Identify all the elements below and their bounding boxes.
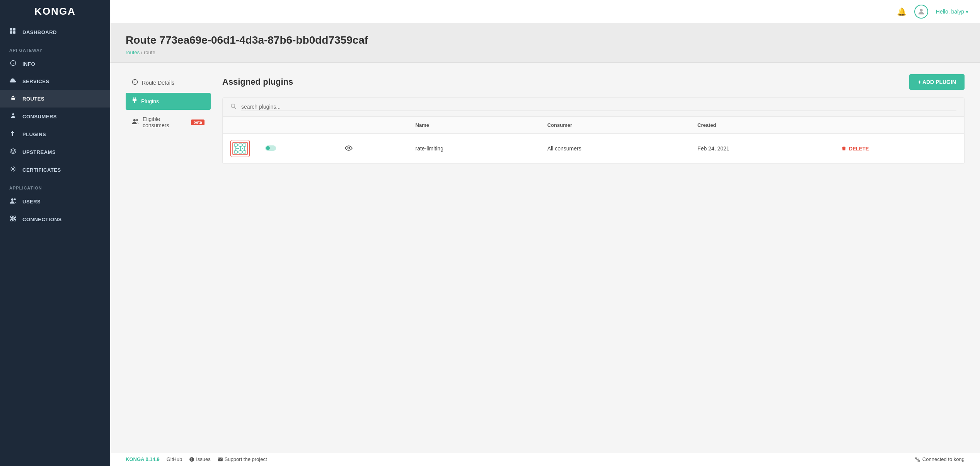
sidebar-item-label: ROUTES bbox=[22, 96, 44, 102]
page-header: Route 773ea69e-06d1-4d3a-87b6-bb0dd7359c… bbox=[110, 23, 980, 63]
svg-rect-25 bbox=[134, 101, 135, 102]
nav-item-label: Eligible consumers bbox=[143, 116, 187, 128]
svg-point-8 bbox=[12, 113, 14, 115]
consumers-icon bbox=[9, 113, 17, 120]
dashboard-icon bbox=[9, 28, 17, 36]
add-plugin-button[interactable]: + ADD PLUGIN bbox=[909, 74, 965, 90]
plugin-created: Feb 24, 2021 bbox=[697, 145, 729, 152]
sidebar-item-label: DASHBOARD bbox=[22, 29, 57, 35]
sidebar: DASHBOARD API GATEWAY INFO SERVICES bbox=[0, 23, 110, 466]
col-actions bbox=[833, 117, 964, 134]
sidebar-item-label: UPSTREAMS bbox=[22, 149, 56, 155]
svg-rect-15 bbox=[14, 220, 15, 221]
svg-rect-23 bbox=[135, 97, 136, 99]
topbar: KONGA 🔔 Hello, baiyp ▾ bbox=[0, 0, 980, 23]
plugins-icon bbox=[9, 130, 17, 138]
plugins-table-container: Name Consumer Created bbox=[222, 97, 965, 164]
plugin-toggle-cell[interactable] bbox=[257, 134, 337, 164]
nav-item-plugins[interactable]: Plugins bbox=[126, 93, 211, 110]
sidebar-item-certificates[interactable]: CERTIFICATES bbox=[0, 161, 110, 179]
cloud-icon bbox=[9, 78, 17, 85]
sidebar-item-label: PLUGINS bbox=[22, 131, 46, 137]
sidebar-item-label: USERS bbox=[22, 199, 41, 205]
support-label: Support the project bbox=[225, 456, 267, 462]
connected-label: Connected to kong bbox=[922, 456, 965, 462]
main-area: Route 773ea69e-06d1-4d3a-87b6-bb0dd7359c… bbox=[110, 23, 980, 466]
content-area: Route Details Plugins bbox=[110, 63, 980, 452]
left-nav: Route Details Plugins bbox=[126, 74, 211, 440]
info-circle-icon bbox=[132, 79, 138, 87]
sidebar-item-label: CERTIFICATES bbox=[22, 167, 61, 173]
sidebar-item-users[interactable]: USERS bbox=[0, 193, 110, 210]
sidebar-item-routes[interactable]: ROUTES bbox=[0, 90, 110, 108]
sidebar-item-label: SERVICES bbox=[22, 79, 49, 84]
sidebar-item-label: INFO bbox=[22, 61, 35, 67]
support-link[interactable]: Support the project bbox=[218, 456, 267, 462]
sidebar-item-consumers[interactable]: CONSUMERS bbox=[0, 108, 110, 125]
breadcrumb-routes-link[interactable]: routes bbox=[126, 50, 140, 55]
plugin-consumer-cell: All consumers bbox=[540, 134, 690, 164]
svg-point-28 bbox=[136, 119, 138, 121]
user-menu[interactable]: Hello, baiyp ▾ bbox=[936, 9, 968, 15]
svg-rect-22 bbox=[133, 97, 134, 99]
beta-badge: beta bbox=[191, 119, 205, 125]
nav-item-label: Route Details bbox=[142, 80, 174, 86]
svg-rect-44 bbox=[915, 457, 917, 459]
nav-item-label: Plugins bbox=[141, 98, 159, 104]
logo-area: KONGA bbox=[0, 0, 110, 23]
svg-rect-2 bbox=[13, 28, 15, 31]
svg-rect-45 bbox=[918, 460, 920, 462]
plugin-created-cell: Feb 24, 2021 bbox=[690, 134, 833, 164]
sidebar-item-services[interactable]: SERVICES bbox=[0, 73, 110, 90]
sidebar-item-info[interactable]: INFO bbox=[0, 55, 110, 73]
layout: DASHBOARD API GATEWAY INFO SERVICES bbox=[0, 23, 980, 466]
breadcrumb-current: route bbox=[144, 50, 155, 55]
svg-point-11 bbox=[14, 198, 16, 200]
col-eye bbox=[337, 117, 407, 134]
github-link[interactable]: GitHub bbox=[167, 456, 182, 462]
svg-rect-4 bbox=[13, 31, 15, 34]
notification-bell-icon[interactable]: 🔔 bbox=[897, 7, 907, 16]
sidebar-item-dashboard[interactable]: DASHBOARD bbox=[0, 23, 110, 41]
sidebar-item-connections[interactable]: CONNECTIONS bbox=[0, 210, 110, 228]
plugin-consumer: All consumers bbox=[547, 145, 581, 152]
api-gateway-section-label: API GATEWAY bbox=[0, 41, 110, 55]
plugin-icon-box bbox=[230, 140, 250, 157]
plugin-name: rate-limiting bbox=[416, 145, 443, 152]
delete-button[interactable]: DELETE bbox=[841, 146, 869, 152]
svg-point-27 bbox=[133, 119, 136, 121]
upstreams-icon bbox=[9, 148, 17, 156]
sidebar-item-label: CONNECTIONS bbox=[22, 217, 62, 222]
right-panel: Assigned plugins + ADD PLUGIN bbox=[222, 74, 965, 440]
svg-rect-1 bbox=[10, 28, 12, 31]
plugin-eye-cell[interactable] bbox=[337, 134, 407, 164]
plugin-icon-cell bbox=[223, 134, 257, 164]
issues-label: Issues bbox=[196, 456, 211, 462]
svg-rect-14 bbox=[10, 220, 12, 221]
users-icon bbox=[9, 198, 17, 205]
svg-point-10 bbox=[11, 198, 14, 201]
footer-left: KONGA 0.14.9 GitHub Issues Support the p… bbox=[126, 456, 267, 462]
plug-icon bbox=[132, 97, 137, 105]
nav-item-eligible-consumers[interactable]: Eligible consumers beta bbox=[126, 111, 211, 133]
info-icon bbox=[9, 60, 17, 68]
svg-point-0 bbox=[920, 9, 922, 11]
svg-line-30 bbox=[234, 107, 236, 109]
page-title: Route 773ea69e-06d1-4d3a-87b6-bb0dd7359c… bbox=[126, 34, 965, 46]
plugin-toggle[interactable] bbox=[265, 145, 276, 151]
svg-point-9 bbox=[12, 168, 14, 170]
issues-link[interactable]: Issues bbox=[189, 456, 211, 462]
plugin-name-cell: rate-limiting bbox=[408, 134, 540, 164]
search-input[interactable] bbox=[241, 104, 956, 111]
logo: KONGA bbox=[34, 5, 76, 17]
sidebar-item-plugins[interactable]: PLUGINS bbox=[0, 125, 110, 143]
col-consumer: Consumer bbox=[540, 117, 690, 134]
eye-icon[interactable] bbox=[345, 145, 353, 152]
sidebar-item-upstreams[interactable]: UPSTREAMS bbox=[0, 143, 110, 161]
footer: KONGA 0.14.9 GitHub Issues Support the p… bbox=[110, 452, 980, 466]
topbar-right: 🔔 Hello, baiyp ▾ bbox=[897, 5, 968, 19]
nav-item-route-details[interactable]: Route Details bbox=[126, 74, 211, 91]
footer-right: Connected to kong bbox=[915, 456, 965, 462]
svg-rect-26 bbox=[134, 102, 135, 103]
svg-rect-24 bbox=[133, 99, 136, 101]
